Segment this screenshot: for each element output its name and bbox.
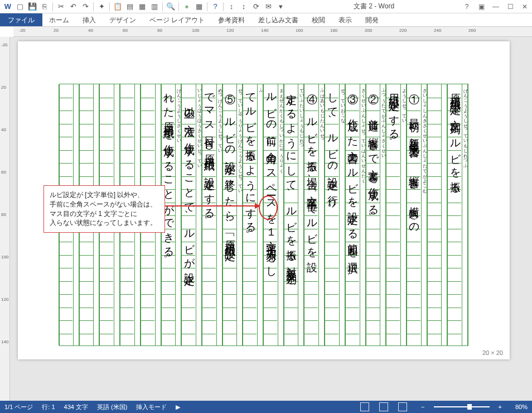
status-bar: 1/1 ページ 行: 1 434 文字 英語 (米国) 挿入モード ▶ − + … [0, 401, 532, 413]
column-text[interactable]: して、ルビの設定を行う。 [326, 85, 340, 215]
layout-icon[interactable]: ▤ [124, 1, 136, 12]
dropdown-icon[interactable]: ▾ [275, 1, 286, 12]
tab-mailings[interactable]: 差し込み文書 [252, 13, 305, 26]
zoom-slider[interactable] [434, 406, 490, 407]
callout-line: ルビ設定が [文字単位] 以外や、 [50, 190, 159, 200]
sort-icon[interactable]: ↕ [226, 1, 237, 12]
ruby-text: せっていしゅうりょうげんこうようしせってい [237, 85, 243, 191]
close-button[interactable]: ✕ [520, 3, 530, 11]
save-icon[interactable]: 💾 [27, 1, 38, 12]
page-viewport[interactable]: 原稿用紙設定で文字列にルビを振るげんこうようしせっていもじれつふ① 最初に新規作… [10, 37, 532, 401]
ruby-text: ふばあいもじたんいせっ [319, 85, 325, 141]
ruby-text: げんこうようしさくせい [176, 85, 181, 141]
column-text[interactable]: ④ ルビを振る場合、「文字単位」でルビを設 [306, 85, 319, 256]
zoom-icon[interactable]: 🔍 [165, 1, 176, 12]
status-page[interactable]: 1/1 ページ [4, 403, 33, 411]
status-chars[interactable]: 434 文字 [64, 403, 88, 411]
callout-line: マス目の文字が 1 文字ごとに [50, 209, 159, 219]
column-text[interactable]: 用紙設定をする。 [388, 85, 401, 148]
tab-design[interactable]: デザイン [103, 13, 143, 26]
oval-annotation [259, 195, 278, 220]
tab-references[interactable]: 参考資料 [211, 13, 252, 26]
tab-home[interactable]: ホーム [42, 13, 76, 26]
tab-insert[interactable]: 挿入 [76, 13, 103, 26]
column-text[interactable]: 以上の方法で作成することで、ルビが設定さ [183, 85, 196, 282]
callout-line: 入らない状態になってしまいます。 [50, 218, 159, 228]
ruby-text: ようしせってい [401, 85, 407, 121]
zoom-level[interactable]: 80% [515, 404, 528, 410]
tool-icon[interactable]: ✦ [96, 1, 107, 12]
column-text[interactable]: ⑤ ルビの設定が終了したら、「原稿用紙設定」 [224, 85, 238, 246]
ruby-text: せっていおこな [340, 85, 345, 121]
column-text[interactable]: 定するようにして、ルビを振る対象文字列と [286, 85, 299, 282]
ruby-text: まえぜんかくもじついかにゅうりょく [278, 85, 284, 171]
callout-box: ルビ設定が [文字単位] 以外や、 手前に全角スペースがない場合は、 マス目の文… [43, 185, 165, 233]
help-button[interactable]: ? [462, 3, 472, 11]
tab-review[interactable]: 校閲 [305, 13, 332, 26]
status-line[interactable]: 行: 1 [42, 403, 55, 411]
cut-icon[interactable]: ✂ [55, 1, 66, 12]
ruby-text: めつげんこうようしせってい [217, 85, 223, 151]
redo-icon[interactable]: ↷ [80, 1, 91, 12]
main-area: -2020406080100120140 原稿用紙設定で文字列にルビを振るげんこ… [0, 37, 532, 401]
layout3-icon[interactable]: ▥ [149, 1, 160, 12]
column-text[interactable]: 原稿用紙設定で文字列にルビを振る [449, 85, 462, 190]
minimize-button[interactable]: — [491, 3, 501, 11]
undo-icon[interactable]: ↶ [67, 1, 79, 12]
horizontal-ruler[interactable]: -2020406080100120140160180200220240260 [13, 27, 532, 37]
save-all-icon[interactable]: ⎘ [39, 1, 50, 12]
tab-file[interactable]: ファイル [0, 13, 42, 26]
envelope-icon[interactable]: ✉ [263, 1, 274, 12]
ruby-text: ていふたいしょうもじれつ [298, 85, 304, 146]
tab-view[interactable]: 表示 [332, 13, 359, 26]
ruby-text: ふ [258, 85, 263, 90]
grid-dimensions-label: 20 × 20 [482, 349, 503, 356]
vertical-ruler[interactable]: -2020406080100120140 [0, 37, 10, 401]
view-print-icon[interactable] [379, 402, 388, 411]
column-text[interactable]: ③ 作成した文書のルビを設定する範囲を選択 [347, 85, 360, 258]
ribbon-tabs: ファイル ホーム 挿入 デザイン ページ レイアウト 参考資料 差し込み文書 校… [0, 13, 532, 27]
new-doc-icon[interactable]: ▢ [14, 1, 26, 12]
view-web-icon[interactable] [398, 402, 407, 411]
column-text[interactable]: てルビを振るようにする。 [244, 85, 258, 242]
window-controls: ? ▣ — ☐ ✕ [462, 3, 530, 11]
document-page[interactable]: 原稿用紙設定で文字列にルビを振るげんこうようしせっていもじれつふ① 最初に新規作… [18, 41, 510, 359]
layout2-icon[interactable]: ▦ [137, 1, 148, 12]
ruby-text: げんこうようしせっていもじれつふ [462, 85, 468, 166]
column-text[interactable]: ① 最初に新規作成文書で、縦書き、横向きの [408, 85, 422, 230]
macro-icon[interactable]: ▶ [176, 404, 180, 411]
zoom-out-button[interactable]: − [421, 404, 424, 410]
view-read-icon[interactable] [360, 402, 369, 411]
arrow-annotation [165, 205, 260, 206]
word-icon: W [2, 1, 13, 12]
help-icon[interactable]: ? [210, 1, 221, 12]
column-text[interactable]: れた原稿用紙を作成することができる。 [163, 85, 176, 266]
paste-icon[interactable]: 📋 [112, 1, 123, 12]
callout-line: 手前に全角スペースがない場合は、 [50, 200, 159, 209]
quick-access-toolbar: W ▢ 💾 ⎘ ✂ ↶ ↷ ✦ 📋 ▤ ▦ ▥ 🔍 ● ▦ ? ↕ ↕ ⟳ ✉ … [2, 1, 286, 12]
ribbon-toggle-button[interactable]: ▣ [476, 3, 486, 11]
column-text[interactable]: ルビの前に全角のスペースを１文字追加入力をし [265, 85, 278, 273]
tab-pagelayout[interactable]: ページ レイアウト [143, 13, 211, 26]
maximize-button[interactable]: ☐ [505, 3, 515, 11]
refresh-icon[interactable]: ⟳ [250, 1, 262, 12]
ruby-text: いじょうほうほうさくせいせってい [196, 85, 202, 166]
zoom-in-button[interactable]: + [499, 404, 502, 410]
circle-icon[interactable]: ● [181, 1, 192, 12]
column-text[interactable]: ② 普通に縦書きで文書を作成する。 [367, 85, 381, 224]
ruby-text: さくせいぶんしょせっていはんいせんたく [360, 85, 366, 181]
window-title: 文書 2 - Word [286, 2, 462, 11]
grid-icon[interactable]: ▦ [194, 1, 205, 12]
ruby-text: さいしょしんきさくせいぶんしょたてがよこむ [422, 85, 427, 191]
status-mode[interactable]: 挿入モード [136, 403, 167, 411]
ruby-text: ふつうたてがぶんしょさくせい [380, 85, 386, 156]
title-bar: W ▢ 💾 ⎘ ✂ ↶ ↷ ✦ 📋 ▤ ▦ ▥ 🔍 ● ▦ ? ↕ ↕ ⟳ ✉ … [0, 0, 532, 13]
status-lang[interactable]: 英語 (米国) [97, 403, 127, 411]
sort2-icon[interactable]: ↕ [238, 1, 249, 12]
tab-developer[interactable]: 開発 [359, 13, 385, 26]
